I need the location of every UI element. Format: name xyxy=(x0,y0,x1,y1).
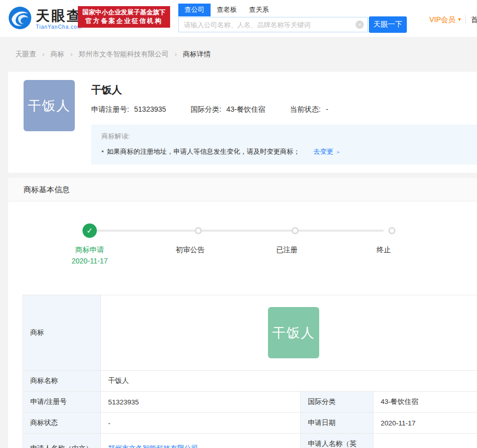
clear-search-icon[interactable]: × xyxy=(356,21,364,29)
row-label-intl-class: 国际分类 xyxy=(301,392,374,413)
breadcrumb-company[interactable]: 郑州市文冬智能科技有限公司 xyxy=(79,50,169,58)
breadcrumb: 天眼查 › 商标 › 郑州市文冬智能科技有限公司 › 商标详情 xyxy=(0,37,477,72)
trademark-hero-card: 干饭人 干饭人 申请注册号: 51323935 国际分类: 43-餐饮住宿 当前… xyxy=(8,72,477,173)
search-area: 查公司 查老板 查关系 × 天眼一下 xyxy=(178,4,407,33)
breadcrumb-separator: › xyxy=(175,50,177,58)
tianyancha-eye-icon xyxy=(8,6,32,32)
step-label-preliminary: 初审公告 xyxy=(154,246,226,255)
vip-label: VIP会员 xyxy=(429,15,455,24)
section-title: 商标基本信息 xyxy=(8,178,477,201)
current-status-label: 当前状态: xyxy=(290,105,321,113)
search-tabs: 查公司 查老板 查关系 xyxy=(178,4,407,16)
trademark-tip-box: 商标解读: •如果商标的注册地址，申请人等信息发生变化，请及时变更商标；去变更＞ xyxy=(91,125,477,165)
logo-name: 天眼查 xyxy=(36,9,82,23)
vip-member-menu[interactable]: VIP会员▼ xyxy=(429,15,462,25)
trademark-image-large: 干饭人 xyxy=(268,307,319,358)
badge-line1: 国家中小企业发展子基金旗下 xyxy=(82,8,166,17)
section-gap xyxy=(0,173,477,178)
breadcrumb-trademark[interactable]: 商标 xyxy=(51,50,65,58)
badge-line2: 官方备案企业征信机构 xyxy=(86,17,162,26)
row-label-mark: 商标 xyxy=(23,295,101,371)
pending-circle-icon xyxy=(292,227,299,234)
go-change-link[interactable]: 去变更 xyxy=(314,148,334,155)
table-row: 商标状态 - 申请日期 2020-11-17 xyxy=(23,413,477,434)
tab-search-boss[interactable]: 查老板 xyxy=(211,4,243,16)
table-row: 商标 干饭人 xyxy=(23,295,477,371)
pending-circle-icon xyxy=(388,227,396,234)
step-label-applied: 商标申请 xyxy=(54,246,126,255)
table-row: 申请人名称（中文） 郑州市文冬智能科技有限公司 申请人名称（英文） - xyxy=(23,434,477,448)
page-title: 干饭人 xyxy=(91,83,477,97)
apply-date-cell: 2020-11-17 xyxy=(374,413,477,434)
breadcrumb-separator: › xyxy=(42,50,45,58)
nav-home-link-partial[interactable]: 首 xyxy=(471,15,477,25)
bullet-icon: • xyxy=(101,148,104,155)
search-button[interactable]: 天眼一下 xyxy=(369,16,407,33)
logo-domain: TianYanCha.com xyxy=(36,24,82,30)
certification-badge: 国家中小企业发展子基金旗下 官方备案企业征信机构 xyxy=(78,6,170,28)
reg-number-cell: 51323935 xyxy=(101,392,301,413)
intl-class-label: 国际分类: xyxy=(191,105,221,113)
step-label-registered: 已注册 xyxy=(251,246,323,255)
row-label-apply-date: 申请日期 xyxy=(301,413,374,434)
step-label-terminated: 终止 xyxy=(348,246,420,255)
row-label-name: 商标名称 xyxy=(23,371,101,392)
intl-class-cell: 43-餐饮住宿 xyxy=(374,392,477,413)
trademark-name-value: 干饭人 xyxy=(101,371,477,392)
table-row: 商标名称 干饭人 xyxy=(23,371,477,392)
chevron-right-icon[interactable]: ＞ xyxy=(336,149,341,155)
progress-line xyxy=(90,230,384,232)
applicant-company-link[interactable]: 郑州市文冬智能科技有限公司 xyxy=(108,444,198,448)
top-header: 天眼查 TianYanCha.com 国家中小企业发展子基金旗下 官方备案企业征… xyxy=(0,0,477,37)
basic-info-section: 商标基本信息 ✓ 商标申请 2020-11-17 初审公告 已注册 终止 商标 … xyxy=(8,178,477,448)
tip-text: 如果商标的注册地址，申请人等信息发生变化，请及时变更商标； xyxy=(107,148,300,155)
status-cell: - xyxy=(101,413,301,434)
row-label-applicant-cn: 申请人名称（中文） xyxy=(23,434,101,448)
breadcrumb-home[interactable]: 天眼查 xyxy=(15,50,36,58)
tip-title: 商标解读: xyxy=(101,132,477,141)
site-logo[interactable]: 天眼查 TianYanCha.com xyxy=(8,6,82,32)
step-date-applied: 2020-11-17 xyxy=(54,257,126,265)
row-label-status: 商标状态 xyxy=(23,413,101,434)
reg-number-label: 申请注册号: xyxy=(91,105,129,113)
breadcrumb-separator: › xyxy=(70,50,73,58)
row-label-reg-number: 申请/注册号 xyxy=(23,392,101,413)
trademark-progress-steps: ✓ 商标申请 2020-11-17 初审公告 已注册 终止 xyxy=(8,201,477,288)
trademark-info-table: 商标 干饭人 商标名称 干饭人 申请/注册号 51323935 国际分类 43-… xyxy=(23,295,477,448)
chevron-down-icon: ▼ xyxy=(458,17,462,22)
current-status-value: - xyxy=(326,105,328,113)
check-circle-icon: ✓ xyxy=(82,223,97,238)
pending-circle-icon xyxy=(195,227,202,234)
row-label-applicant-en: 申请人名称（英文） xyxy=(301,434,374,448)
intl-class-value: 43-餐饮住宿 xyxy=(226,105,265,113)
tab-search-company[interactable]: 查公司 xyxy=(178,4,211,16)
applicant-en-cell: - xyxy=(374,434,477,448)
trademark-image: 干饭人 xyxy=(24,80,75,131)
reg-number-value: 51323935 xyxy=(134,105,166,113)
search-input[interactable] xyxy=(178,17,368,32)
breadcrumb-current: 商标详情 xyxy=(183,50,211,58)
tab-search-relation[interactable]: 查关系 xyxy=(243,4,275,16)
table-row: 申请/注册号 51323935 国际分类 43-餐饮住宿 xyxy=(23,392,477,413)
header-divider xyxy=(465,14,466,24)
